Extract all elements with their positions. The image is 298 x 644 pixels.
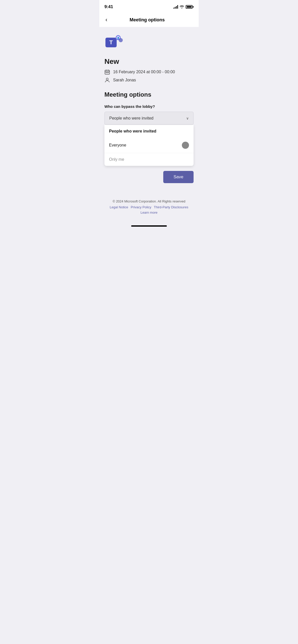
meeting-organizer: Sarah Jonas <box>113 78 136 82</box>
dropdown-option-invited[interactable]: People who were invited <box>104 125 194 138</box>
footer-learn-more[interactable]: Learn more <box>141 211 157 214</box>
section-title: Meeting options <box>104 91 194 98</box>
dropdown-menu: People who were invited Everyone Only me <box>104 125 194 166</box>
lobby-question: Who can bypass the lobby? <box>104 104 194 109</box>
signal-icon <box>173 5 178 9</box>
nav-bar: ‹ Meeting options <box>99 13 199 27</box>
svg-rect-11 <box>107 72 108 73</box>
meeting-title: New <box>104 57 194 66</box>
calendar-icon <box>104 69 110 75</box>
meeting-date: 16 February 2024 at 00:00 - 00:00 <box>113 70 175 74</box>
save-row: Save <box>104 171 194 183</box>
lobby-dropdown-container: People who were invited ∨ People who wer… <box>104 112 194 166</box>
footer: © 2024 Microsoft Corporation. All Rights… <box>99 189 199 222</box>
svg-text:👤: 👤 <box>117 37 119 39</box>
footer-links: Legal Notice Privacy Policy Third-Party … <box>104 205 194 209</box>
dropdown-option-only-me[interactable]: Only me <box>104 153 194 166</box>
home-indicator <box>99 222 199 229</box>
svg-rect-12 <box>108 72 109 73</box>
status-bar: 9:41 <box>99 0 199 13</box>
footer-privacy-policy[interactable]: Privacy Policy <box>131 205 151 209</box>
dropdown-selected-value: People who were invited <box>109 116 153 121</box>
svg-text:T: T <box>109 39 113 46</box>
chevron-down-icon: ∨ <box>186 116 189 120</box>
page-title: Meeting options <box>108 17 186 23</box>
status-time: 9:41 <box>104 4 113 9</box>
meeting-meta: 16 February 2024 at 00:00 - 00:00 Sarah … <box>104 69 194 83</box>
svg-rect-10 <box>106 72 106 73</box>
teams-logo-icon: T 👤 <box>104 33 123 49</box>
dropdown-option-everyone-label: Everyone <box>109 143 126 148</box>
battery-icon <box>186 5 194 9</box>
dropdown-option-everyone[interactable]: Everyone <box>104 138 194 153</box>
footer-copyright: © 2024 Microsoft Corporation. All Rights… <box>104 199 194 203</box>
footer-third-party[interactable]: Third-Party Disclosures <box>154 205 188 209</box>
svg-point-5 <box>119 38 123 42</box>
footer-legal-notice[interactable]: Legal Notice <box>110 205 128 209</box>
dropdown-option-only-me-label: Only me <box>109 157 124 162</box>
meeting-organizer-row: Sarah Jonas <box>104 77 194 83</box>
main-content: T 👤 New 16 February 2024 <box>99 27 199 189</box>
back-button[interactable]: ‹ <box>104 16 108 24</box>
person-icon <box>104 77 110 83</box>
save-button[interactable]: Save <box>163 171 194 183</box>
lobby-dropdown-trigger[interactable]: People who were invited ∨ <box>104 112 194 125</box>
teams-logo: T 👤 <box>104 33 194 50</box>
back-chevron-icon: ‹ <box>105 17 107 23</box>
meeting-date-row: 16 February 2024 at 00:00 - 00:00 <box>104 69 194 75</box>
svg-point-13 <box>106 78 108 80</box>
status-icons <box>173 5 194 9</box>
home-bar <box>131 225 167 227</box>
dropdown-option-invited-label: People who were invited <box>109 129 156 134</box>
everyone-indicator <box>182 142 189 149</box>
wifi-icon <box>180 5 184 9</box>
